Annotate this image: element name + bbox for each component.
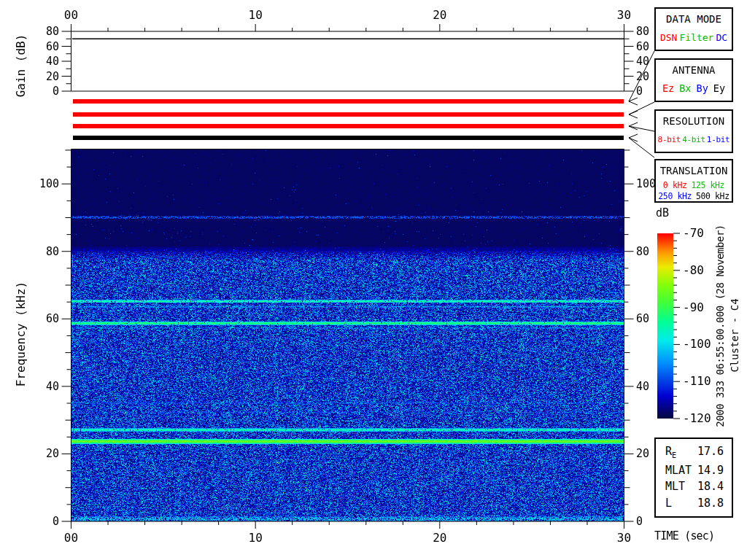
db-tick-label: -70: [683, 228, 704, 239]
db-tick-label: -90: [683, 302, 704, 314]
status-bar-data-mode: [73, 99, 624, 104]
legend-item: Ez: [662, 84, 674, 94]
freq-ytick-label: 60: [46, 314, 59, 324]
freq-ytick-label: 0: [636, 516, 643, 527]
connector-arrowhead: [629, 98, 638, 101]
spacecraft-annotation: Cluster - C4: [729, 298, 740, 372]
db-tick-label: -120: [683, 413, 711, 424]
legend-item: DC: [716, 33, 727, 42]
connector-line: [629, 102, 654, 114]
gain-ytick-label: 40: [46, 56, 59, 67]
legend-item: 125 kHz: [691, 182, 724, 190]
connector-arrowhead: [629, 101, 638, 105]
time-tick-label-top: 20: [433, 9, 446, 21]
connector-arrowhead: [629, 134, 638, 138]
ephemeris-row: MLT 18.4: [665, 481, 724, 492]
freq-ytick-label: 80: [636, 246, 649, 257]
wbd-spectrogram-display: 0010203000202040406060808000202040406060…: [0, 0, 747, 560]
legend-box-items: EzBxByEy: [656, 84, 732, 94]
legend-item: 4-bit: [682, 136, 705, 144]
legend-item: Filter: [679, 33, 713, 42]
ephemeris-label: RE: [665, 446, 676, 459]
legend-box-resolution: RESOLUTION 8-bit4-bit1-bit: [654, 109, 733, 153]
time-tick-label-bottom: 30: [617, 532, 631, 544]
legend-box-data-mode: DATA MODE DSNFilterDC: [654, 7, 733, 51]
freq-ytick-label: 20: [46, 448, 59, 459]
db-tick-label: -100: [683, 338, 711, 350]
ephemeris-value: 18.4: [697, 481, 724, 492]
colorbar-gradient: [657, 233, 673, 419]
frequency-axis-label: Frequency (kHz): [15, 281, 27, 387]
legend-item: 1-bit: [707, 136, 730, 144]
legend-box-translation: TRANSLATION 0 kHz125 kHz250 kHz500 kHz: [654, 159, 733, 203]
gain-ytick-label: 20: [46, 71, 59, 82]
gain-axis-label: Gain (dB): [15, 34, 27, 98]
freq-ytick-label: 40: [636, 381, 649, 392]
legend-item: 250 kHz: [658, 192, 692, 201]
ephemeris-row: L 18.8: [665, 498, 724, 509]
legend-box-items: 0 kHz125 kHz250 kHz500 kHz: [656, 179, 732, 201]
freq-ytick-label: 0: [53, 516, 59, 527]
ephemeris-row: MLAT 14.9: [665, 465, 724, 476]
status-bar-translation: [73, 136, 624, 140]
connector-arrowhead: [629, 126, 638, 130]
legend-line: 8-bit4-bit1-bit: [658, 136, 730, 144]
gain-ytick-label: 60: [46, 41, 59, 52]
ephemeris-value: 14.9: [697, 465, 724, 476]
status-bar-antenna: [73, 112, 624, 117]
gain-ytick-label: 40: [636, 56, 649, 67]
legend-box-title: TRANSLATION: [656, 166, 732, 176]
ephemeris-value: 18.8: [697, 498, 724, 509]
time-tick-label-bottom: 00: [64, 532, 78, 544]
spectrogram-image: [71, 149, 624, 521]
db-tick-label: -110: [683, 376, 711, 387]
legend-item: 500 kHz: [696, 192, 729, 201]
gain-ytick-label: 80: [46, 26, 59, 37]
freq-ytick-label: 100: [39, 179, 59, 190]
legend-box-antenna: ANTENNA EzBxByEy: [654, 58, 733, 102]
legend-line: 0 kHz125 kHz: [663, 182, 724, 190]
connector-arrowhead: [629, 114, 638, 118]
legend-item: DSN: [660, 33, 677, 42]
legend-item: Ey: [713, 84, 725, 94]
legend-item: Bx: [679, 84, 691, 94]
freq-ytick-label: 40: [46, 381, 59, 392]
time-axis-label: TIME (sec): [654, 531, 714, 542]
time-tick-label-top: 00: [64, 9, 78, 21]
time-tick-label-bottom: 10: [249, 532, 263, 544]
ephemeris-label: MLT: [665, 481, 685, 492]
time-tick-label-bottom: 20: [433, 532, 446, 544]
ephemeris-label-sub: E: [672, 451, 676, 459]
legend-item: 8-bit: [658, 136, 681, 144]
gain-ytick-label: 80: [636, 26, 649, 37]
gain-ytick-label: 60: [636, 41, 649, 52]
connector-arrowhead: [629, 111, 638, 114]
legend-box-items: 8-bit4-bit1-bit: [656, 136, 732, 144]
legend-line: EzBxByEy: [662, 84, 725, 94]
freq-ytick-label: 100: [636, 179, 656, 190]
ephemeris-value: 17.6: [697, 446, 724, 459]
legend-box-title: ANTENNA: [656, 65, 732, 75]
ephemeris-label: MLAT: [665, 465, 692, 476]
legend-box-items: DSNFilterDC: [656, 33, 732, 42]
legend-box-title: RESOLUTION: [656, 116, 732, 126]
gain-ytick-label: 20: [636, 71, 649, 82]
ephemeris-box: RE 17.6 MLAT 14.9 MLT 18.4 L 18.8: [654, 438, 733, 518]
legend-line: DSNFilterDC: [660, 33, 727, 42]
connector-arrowhead: [629, 122, 638, 126]
time-tick-label-top: 30: [617, 9, 631, 21]
colorbar-units-label: dB: [656, 208, 669, 219]
gain-ytick-label: 0: [53, 86, 59, 97]
legend-item: 0 kHz: [663, 182, 687, 190]
ephemeris-row: RE 17.6: [665, 446, 724, 459]
connector-line: [629, 126, 654, 131]
legend-box-title: DATA MODE: [656, 14, 732, 24]
legend-item: By: [697, 84, 708, 94]
connector-arrowhead: [629, 138, 638, 141]
datetime-annotation: 2000 333 06:55:00.000 (28 November): [715, 225, 725, 427]
connector-line: [629, 138, 654, 158]
legend-line: 250 kHz500 kHz: [658, 192, 729, 201]
freq-ytick-label: 20: [636, 448, 649, 459]
time-tick-label-top: 10: [249, 9, 263, 21]
status-bar-resolution: [73, 124, 624, 128]
